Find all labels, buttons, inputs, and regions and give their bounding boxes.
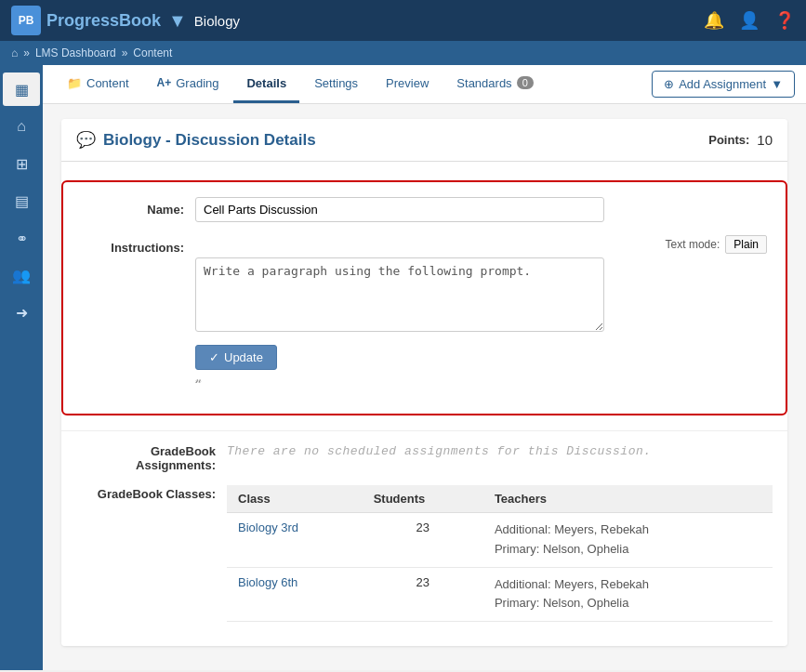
page-content: 💬 Biology - Discussion Details Points: 1… xyxy=(43,104,806,670)
link-icon: ⚭ xyxy=(16,230,28,247)
teacher-primary: Primary: Nelson, Ophelia xyxy=(495,594,761,613)
points-label: Points: xyxy=(708,133,749,147)
tab-details[interactable]: Details xyxy=(233,65,299,103)
sidebar-item-grid[interactable]: ⊞ xyxy=(3,147,40,180)
no-assignments-message: There are no scheduled assignments for t… xyxy=(227,442,652,458)
name-label: Name: xyxy=(82,197,184,217)
sidebar-item-document[interactable]: ▤ xyxy=(3,184,40,217)
nav-divider: ▼ xyxy=(168,10,187,32)
instructions-label: Instructions: xyxy=(82,235,184,255)
table-row: Biology 6th 23 Additional: Meyers, Rebek… xyxy=(227,567,773,622)
content-tab-icon: 📁 xyxy=(67,76,82,90)
nav-right: 🔔 👤 ❓ xyxy=(704,10,795,31)
cell-students: 23 xyxy=(363,513,483,568)
top-navigation: PB ProgressBook ▼ Biology 🔔 👤 ❓ xyxy=(0,0,806,41)
points-value: 10 xyxy=(757,132,773,148)
home-icon: ⌂ xyxy=(17,118,26,135)
teacher-info: Additional: Meyers, Rebekah Primary: Nel… xyxy=(495,575,761,614)
grid-icon: ⊞ xyxy=(16,155,28,173)
update-button[interactable]: ✓ Update xyxy=(195,345,277,370)
sidebar-item-arrow[interactable]: ➜ xyxy=(3,296,40,329)
breadcrumb-sep-2: » xyxy=(122,46,128,59)
cell-class-name: Biology 3rd xyxy=(227,513,363,568)
standards-badge: 0 xyxy=(517,76,534,89)
name-input[interactable] xyxy=(195,197,604,222)
text-mode-row: Text mode: Plain xyxy=(195,235,767,254)
main-layout: ▦ ⌂ ⊞ ▤ ⚭ 👥 ➜ 📁 Content xyxy=(0,65,806,670)
breadcrumb-lms-dashboard[interactable]: LMS Dashboard xyxy=(35,46,116,59)
gradebook-assignments-label: GradeBook Assignments: xyxy=(76,442,216,472)
grading-tab-icon: A+ xyxy=(157,76,172,89)
logo-icon: PB xyxy=(11,6,41,35)
gradebook-classes-label: GradeBook Classes: xyxy=(76,485,216,501)
document-icon: ▤ xyxy=(15,192,29,210)
teacher-additional: Additional: Meyers, Rebekah xyxy=(495,520,761,540)
course-title: Biology xyxy=(194,13,240,29)
user-icon[interactable]: 👤 xyxy=(739,10,760,31)
col-teachers: Teachers xyxy=(483,485,773,513)
tab-preview[interactable]: Preview xyxy=(373,65,442,103)
calendar-icon: ▦ xyxy=(15,81,29,99)
col-students: Students xyxy=(363,485,483,513)
update-row: ✓ Update 𝓃 xyxy=(82,345,767,386)
table-header-row: Class Students Teachers xyxy=(227,485,773,513)
tab-content[interactable]: 📁 Content xyxy=(54,65,142,103)
home-breadcrumb-icon[interactable]: ⌂ xyxy=(11,46,18,59)
add-assignment-button[interactable]: ⊕ Add Assignment ▼ xyxy=(652,71,795,98)
sidebar-item-calendar[interactable]: ▦ xyxy=(3,72,40,106)
tab-grading[interactable]: A+ Grading xyxy=(144,65,232,103)
bell-icon[interactable]: 🔔 xyxy=(704,10,724,31)
discussion-icon: 💬 xyxy=(76,130,96,150)
sidebar-item-home[interactable]: ⌂ xyxy=(3,110,40,143)
page-title: 💬 Biology - Discussion Details xyxy=(76,130,316,150)
dropdown-chevron-icon: ▼ xyxy=(771,77,783,91)
page-header: 💬 Biology - Discussion Details Points: 1… xyxy=(61,119,787,162)
gradebook-assignments-row: GradeBook Assignments: There are no sche… xyxy=(76,442,773,472)
gradebook-section: GradeBook Assignments: There are no sche… xyxy=(61,430,787,646)
instructions-row: Instructions: Text mode: Plain Write a p… xyxy=(82,235,767,332)
logo-text: ProgressBook xyxy=(46,11,161,31)
cell-students: 23 xyxy=(363,567,483,622)
breadcrumb-sep-1: » xyxy=(23,46,30,59)
text-mode-button[interactable]: Plain xyxy=(725,235,767,254)
sidebar-item-users[interactable]: 👥 xyxy=(3,258,40,292)
class-link[interactable]: Biology 6th xyxy=(238,575,297,589)
teacher-additional: Additional: Meyers, Rebekah xyxy=(495,575,761,595)
points-area: Points: 10 xyxy=(708,132,773,148)
tabs-container: 📁 Content A+ Grading Details Settings Pr… xyxy=(54,65,547,103)
nav-left: PB ProgressBook ▼ Biology xyxy=(11,6,240,35)
sidebar-item-link[interactable]: ⚭ xyxy=(3,221,40,255)
text-mode-label: Text mode: xyxy=(666,238,720,251)
help-icon[interactable]: ❓ xyxy=(774,10,795,31)
tab-bar: 📁 Content A+ Grading Details Settings Pr… xyxy=(43,65,806,104)
name-row: Name: xyxy=(82,197,767,222)
cell-teachers: Additional: Meyers, Rebekah Primary: Nel… xyxy=(483,567,773,622)
gradebook-classes-row: GradeBook Classes: Class Students Teache… xyxy=(76,485,773,622)
form-section: Name: Instructions: Text mode: Plain Wri… xyxy=(61,180,787,415)
users-icon: 👥 xyxy=(12,267,31,284)
instructions-area: Text mode: Plain Write a paragraph using… xyxy=(195,235,767,332)
logo[interactable]: PB ProgressBook xyxy=(11,6,161,35)
teacher-primary: Primary: Nelson, Ophelia xyxy=(495,540,761,560)
cell-teachers: Additional: Meyers, Rebekah Primary: Nel… xyxy=(483,513,773,568)
classes-table: Class Students Teachers Biology 3rd 23 A… xyxy=(227,485,773,622)
cursor-indicator: 𝓃 xyxy=(195,374,201,386)
main-card: 💬 Biology - Discussion Details Points: 1… xyxy=(61,119,787,646)
sidebar: ▦ ⌂ ⊞ ▤ ⚭ 👥 ➜ xyxy=(0,65,43,670)
tab-settings[interactable]: Settings xyxy=(301,65,371,103)
add-assignment-icon: ⊕ xyxy=(664,77,674,91)
arrow-right-icon: ➜ xyxy=(16,304,28,322)
update-checkmark-icon: ✓ xyxy=(209,350,219,364)
cell-class-name: Biology 6th xyxy=(227,567,363,622)
teacher-info: Additional: Meyers, Rebekah Primary: Nel… xyxy=(495,520,761,560)
table-row: Biology 3rd 23 Additional: Meyers, Rebek… xyxy=(227,513,773,568)
class-link[interactable]: Biology 3rd xyxy=(238,520,298,534)
content-area: 📁 Content A+ Grading Details Settings Pr… xyxy=(43,65,806,670)
col-class: Class xyxy=(227,485,363,513)
breadcrumb: ⌂ » LMS Dashboard » Content xyxy=(0,41,806,65)
tab-standards[interactable]: Standards 0 xyxy=(443,65,546,103)
instructions-textarea[interactable]: Write a paragraph using the following pr… xyxy=(195,257,604,332)
breadcrumb-content: Content xyxy=(133,46,172,59)
